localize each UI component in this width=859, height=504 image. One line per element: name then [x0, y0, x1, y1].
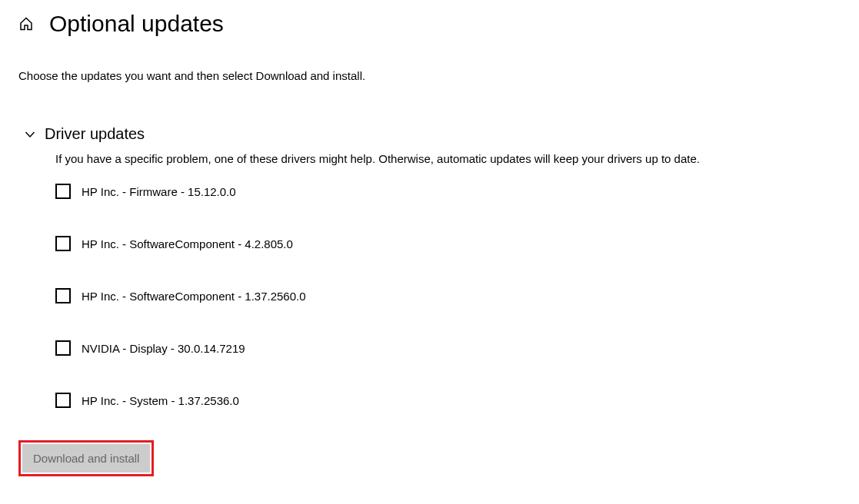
instruction-text: Choose the updates you want and then sel… [18, 69, 841, 82]
update-item: HP Inc. - SoftwareComponent - 1.37.2560.… [55, 288, 841, 303]
page-title: Optional updates [49, 11, 224, 37]
page-header: Optional updates [18, 11, 841, 37]
update-label: HP Inc. - SoftwareComponent - 4.2.805.0 [82, 237, 293, 250]
update-label: HP Inc. - SoftwareComponent - 1.37.2560.… [82, 290, 306, 303]
section-title: Driver updates [45, 125, 145, 143]
update-list: HP Inc. - Firmware - 15.12.0.0 HP Inc. -… [55, 184, 841, 408]
update-checkbox[interactable] [55, 393, 71, 408]
driver-updates-toggle[interactable]: Driver updates [25, 125, 841, 143]
update-label: NVIDIA - Display - 30.0.14.7219 [82, 342, 245, 355]
update-item: HP Inc. - System - 1.37.2536.0 [55, 393, 841, 408]
update-item: HP Inc. - Firmware - 15.12.0.0 [55, 184, 841, 199]
update-label: HP Inc. - Firmware - 15.12.0.0 [82, 185, 236, 198]
update-checkbox[interactable] [55, 288, 71, 303]
download-and-install-button[interactable]: Download and install [22, 444, 150, 472]
download-button-highlight: Download and install [18, 440, 154, 476]
update-label: HP Inc. - System - 1.37.2536.0 [82, 394, 239, 407]
update-checkbox[interactable] [55, 184, 71, 199]
section-description: If you have a specific problem, one of t… [55, 152, 841, 165]
update-item: HP Inc. - SoftwareComponent - 4.2.805.0 [55, 236, 841, 251]
chevron-down-icon [25, 129, 35, 140]
update-checkbox[interactable] [55, 236, 71, 251]
home-icon[interactable] [18, 16, 34, 32]
update-item: NVIDIA - Display - 30.0.14.7219 [55, 340, 841, 356]
update-checkbox[interactable] [55, 340, 71, 356]
